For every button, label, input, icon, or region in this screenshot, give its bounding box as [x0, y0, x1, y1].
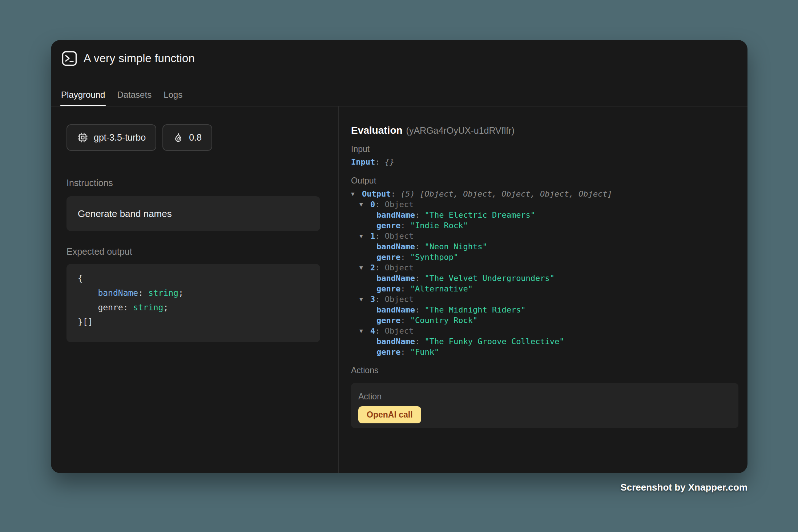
tree-key-genre: genre: [376, 221, 400, 230]
tree-genre-line: genre: "Country Rock": [351, 315, 738, 326]
tree-genre-line: genre: "Alternative": [351, 283, 738, 294]
code-token: :: [375, 326, 385, 335]
code-line: bandName: string;: [78, 286, 309, 300]
tab-datasets[interactable]: Datasets: [117, 90, 152, 106]
model-settings-row: gpt-3.5-turbo 0.8: [66, 124, 319, 151]
code-token: string: [133, 303, 163, 312]
output-json-tree: ▼Output: (5) [Object, Object, Object, Ob…: [351, 189, 738, 357]
tree-root-key: Output: [362, 189, 391, 198]
tree-item-header: ▼2: Object: [351, 262, 738, 273]
code-token: :: [415, 305, 425, 314]
input-section-label: Input: [351, 144, 738, 154]
tree-root-line: ▼Output: (5) [Object, Object, Object, Ob…: [351, 189, 738, 199]
temperature-chip-label: 0.8: [189, 132, 202, 143]
code-token: :: [391, 189, 400, 198]
tree-item-header: ▼3: Object: [351, 294, 738, 305]
tree-key-genre: genre: [376, 253, 400, 262]
tree-bandname-line: bandName: "Neon Nights": [351, 241, 738, 252]
tree-item-index: 2: [370, 263, 375, 272]
caret-down-icon: ▼: [359, 262, 370, 273]
playground-config-panel: gpt-3.5-turbo 0.8 Instructions Generate …: [51, 106, 339, 473]
tree-bandname-line: bandName: "The Velvet Undergrounders": [351, 273, 738, 283]
code-token: :: [123, 303, 133, 312]
tree-item-type: Object: [385, 231, 414, 241]
model-chip[interactable]: gpt-3.5-turbo: [66, 124, 156, 151]
page-title: A very simple function: [84, 52, 195, 65]
tree-item-header: ▼1: Object: [351, 231, 738, 241]
code-token: :: [138, 288, 148, 298]
content-area: gpt-3.5-turbo 0.8 Instructions Generate …: [51, 106, 747, 473]
input-key: Input: [351, 157, 375, 166]
code-line: genre: string;: [78, 300, 309, 315]
openai-call-badge[interactable]: OpenAI call: [358, 406, 421, 423]
code-token: {: [78, 274, 83, 283]
code-token: genre: [98, 303, 123, 312]
title-row: A very simple function: [62, 51, 195, 66]
code-token: [78, 288, 98, 298]
code-token: :: [415, 337, 425, 346]
code-token: :: [375, 295, 385, 304]
tree-key-bandname: bandName: [376, 274, 415, 283]
expected-output-editor[interactable]: { bandName: string; genre: string;}[]: [66, 264, 320, 342]
app-window: A very simple function Playground Datase…: [51, 40, 747, 473]
tree-genre-line: genre: "Funk": [351, 347, 738, 357]
tree-item-type: Object: [385, 263, 414, 272]
flame-icon: [173, 132, 184, 143]
temperature-chip[interactable]: 0.8: [162, 124, 212, 151]
instructions-label: Instructions: [66, 178, 319, 188]
instructions-value: Generate band names: [78, 208, 172, 219]
tree-item-type: Object: [385, 200, 414, 209]
code-token: [78, 303, 98, 312]
tree-key-bandname: bandName: [376, 305, 415, 314]
tree-value-genre: "Funk": [410, 347, 439, 356]
tab-playground[interactable]: Playground: [61, 90, 105, 106]
tree-item-index: 1: [370, 231, 375, 241]
code-token: string: [148, 288, 178, 298]
code-token: :: [400, 253, 410, 262]
code-line: {: [78, 271, 309, 286]
evaluation-panel: Evaluation(yARGa4rOyUX-u1dRVflfr) Input …: [339, 106, 747, 473]
code-token: :: [375, 263, 385, 272]
tree-value-bandname: "The Funky Groove Collective": [424, 337, 564, 346]
input-json-line: Input: {}: [351, 157, 738, 167]
tree-key-bandname: bandName: [376, 210, 415, 219]
tree-value-bandname: "The Velvet Undergrounders": [424, 274, 555, 283]
tree-value-genre: "Synthpop": [410, 253, 458, 262]
tree-item-index: 3: [370, 295, 375, 304]
caret-down-icon: ▼: [359, 326, 370, 336]
input-value: {}: [385, 157, 395, 166]
tree-key-genre: genre: [376, 284, 400, 293]
tree-value-bandname: "Neon Nights": [424, 242, 487, 251]
evaluation-heading: Evaluation(yARGa4rOyUX-u1dRVflfr): [351, 125, 738, 136]
action-column-header: Action: [358, 392, 731, 402]
tree-key-genre: genre: [376, 347, 400, 356]
tree-bandname-line: bandName: "The Electric Dreamers": [351, 210, 738, 220]
caret-down-icon: ▼: [351, 189, 362, 199]
code-token: :: [415, 274, 425, 283]
code-token: :: [415, 210, 425, 219]
code-token: :: [400, 347, 410, 356]
actions-panel: Action OpenAI call: [351, 383, 738, 428]
expected-output-label: Expected output: [66, 246, 319, 257]
tab-logs[interactable]: Logs: [164, 90, 182, 106]
model-chip-label: gpt-3.5-turbo: [94, 132, 146, 143]
code-token: :: [400, 221, 410, 230]
code-line: }[]: [78, 315, 309, 329]
caret-down-icon: ▼: [359, 231, 370, 241]
tree-root-summary: (5) [Object, Object, Object, Object, Obj…: [400, 189, 612, 198]
tree-value-genre: "Country Rock": [410, 316, 477, 325]
tree-item-type: Object: [385, 326, 414, 335]
terminal-icon: [62, 51, 77, 66]
tree-item-header: ▼0: Object: [351, 199, 738, 210]
tree-value-genre: "Indie Rock": [410, 221, 468, 230]
code-token: :: [375, 231, 385, 241]
actions-section-label: Actions: [351, 366, 738, 375]
evaluation-title: Evaluation: [351, 125, 403, 136]
instructions-input[interactable]: Generate band names: [66, 196, 320, 231]
code-token: ;: [178, 288, 184, 298]
tree-key-bandname: bandName: [376, 337, 415, 346]
caret-down-icon: ▼: [359, 199, 370, 210]
tree-bandname-line: bandName: "The Funky Groove Collective": [351, 336, 738, 347]
tree-value-bandname: "The Electric Dreamers": [424, 210, 535, 219]
tree-item-index: 4: [370, 326, 375, 335]
